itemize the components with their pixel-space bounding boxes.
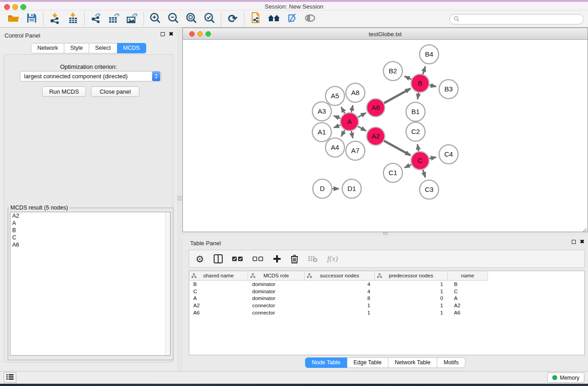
graph-node-A3[interactable]: A3 xyxy=(312,102,331,121)
cell-name: C xyxy=(448,289,488,294)
scrollbar-track[interactable] xyxy=(165,212,170,355)
toolbar-separator xyxy=(43,12,43,26)
table-row[interactable]: Bdominator41B xyxy=(189,281,584,288)
tab-network[interactable]: Network xyxy=(31,43,64,53)
mcds-result-item[interactable]: C xyxy=(10,234,170,241)
import-table-button[interactable] xyxy=(64,11,82,27)
graph-node-A7[interactable]: A7 xyxy=(346,141,365,160)
node-label: B2 xyxy=(389,67,397,75)
mcds-result-item[interactable]: A xyxy=(10,219,170,227)
delete-column-button[interactable] xyxy=(291,254,298,263)
graph-node-B3[interactable]: B3 xyxy=(439,80,458,99)
tab-edge-table[interactable]: Edge Table xyxy=(347,357,388,368)
graph-node-A[interactable]: A xyxy=(340,113,359,131)
mcds-result-item[interactable]: A6 xyxy=(10,241,170,248)
graph-node-B4[interactable]: B4 xyxy=(420,45,439,64)
open-session-button[interactable] xyxy=(5,11,23,27)
graph-node-B2[interactable]: B2 xyxy=(383,62,402,81)
column-header-name[interactable]: name xyxy=(448,271,488,281)
splitter-handle[interactable] xyxy=(383,232,388,235)
search-input[interactable] xyxy=(462,16,575,23)
run-mcds-button[interactable]: Run MCDS xyxy=(42,86,86,97)
column-header-successor-nodes[interactable]: successor nodes xyxy=(305,271,375,281)
function-builder-button[interactable]: f(x) xyxy=(327,254,338,263)
close-panel-button[interactable]: Close panel xyxy=(91,86,139,97)
zoom-selected-button[interactable] xyxy=(201,11,219,27)
criterion-dropdown[interactable]: largest connected component (directed) ▲… xyxy=(20,71,161,81)
eye-icon xyxy=(304,13,316,25)
tab-motifs[interactable]: Motifs xyxy=(437,357,465,368)
save-session-button[interactable] xyxy=(23,11,41,27)
graph-node-B1[interactable]: B1 xyxy=(406,102,425,121)
table-row[interactable]: A6connector11A6 xyxy=(189,309,584,316)
select-all-button[interactable] xyxy=(232,256,243,262)
table-row[interactable]: A2connector11A2 xyxy=(189,302,584,309)
graph-node-C[interactable]: C xyxy=(411,152,429,170)
tab-network-table[interactable]: Network Table xyxy=(388,357,437,368)
export-table-button[interactable] xyxy=(105,11,123,27)
graph-node-A6[interactable]: A6 xyxy=(367,99,385,117)
column-header-mcds-role[interactable]: MCDS role xyxy=(248,271,305,281)
horizontal-splitter[interactable] xyxy=(182,232,588,235)
tab-select[interactable]: Select xyxy=(89,43,117,53)
column-label: MCDS role xyxy=(263,273,289,278)
splitter-handle[interactable] xyxy=(177,196,182,200)
save-icon xyxy=(26,13,37,25)
column-label: predecessor nodes xyxy=(389,273,433,278)
graph-node-A5[interactable]: A5 xyxy=(325,86,344,105)
graph-node-C1[interactable]: C1 xyxy=(383,163,402,182)
column-header-predecessor-nodes[interactable]: predecessor nodes xyxy=(375,271,448,281)
network-canvas[interactable]: AA1A2A3A4A5A6A7A8BB1B2B3B4CC1C2C3C4DD1 xyxy=(183,40,588,232)
graph-node-C3[interactable]: C3 xyxy=(420,180,439,199)
import-network-button[interactable] xyxy=(46,11,64,27)
mcds-result-item[interactable]: A2 xyxy=(10,212,170,219)
table-row[interactable]: Adominator80A xyxy=(189,295,584,302)
node-label: A5 xyxy=(331,92,339,100)
refresh-button[interactable]: ⟳ xyxy=(224,11,242,27)
zoom-fit-button[interactable] xyxy=(182,11,201,27)
vertical-splitter[interactable] xyxy=(177,28,182,371)
memory-button[interactable]: Memory xyxy=(547,372,584,383)
graph-node-D1[interactable]: D1 xyxy=(342,179,361,198)
toggle-visibility-button[interactable] xyxy=(301,11,319,27)
home-button[interactable] xyxy=(265,11,283,27)
copy-network-button[interactable] xyxy=(247,11,265,27)
graph-node-C2[interactable]: C2 xyxy=(406,122,425,141)
graph-node-D[interactable]: D xyxy=(313,179,332,198)
table-row[interactable]: Cdominator41C xyxy=(189,288,584,295)
graph-node-A2[interactable]: A2 xyxy=(367,127,385,145)
tab-node-table[interactable]: Node Table xyxy=(305,357,347,368)
column-visibility-button[interactable] xyxy=(214,254,223,264)
task-history-button[interactable] xyxy=(4,372,16,383)
zoom-out-button[interactable] xyxy=(164,11,182,27)
resize-grip-icon[interactable] xyxy=(582,226,587,231)
tab-mcds[interactable]: MCDS xyxy=(117,43,146,53)
graph-node-A8[interactable]: A8 xyxy=(346,83,365,102)
refresh-icon: ⟳ xyxy=(228,13,238,24)
close-panel-icon[interactable]: ✖ xyxy=(580,240,584,244)
mcds-result-list[interactable]: A2ABCA6 xyxy=(10,212,171,356)
zoom-in-button[interactable] xyxy=(146,11,164,27)
export-network-button[interactable] xyxy=(87,11,105,27)
cell-shared-name: A6 xyxy=(189,310,248,315)
import-network-icon xyxy=(48,12,61,26)
mcds-result-item[interactable]: B xyxy=(10,227,170,234)
network-window-titlebar[interactable]: testGlobe.txt xyxy=(183,28,588,40)
deselect-all-button[interactable] xyxy=(253,256,263,262)
graph-node-A4[interactable]: A4 xyxy=(325,138,344,157)
table-settings-button[interactable]: ⚙ xyxy=(196,254,204,264)
close-panel-icon[interactable]: ✖ xyxy=(169,32,173,36)
column-header-shared-name[interactable]: shared name xyxy=(189,271,248,281)
float-panel-icon[interactable] xyxy=(572,240,576,244)
hide-labels-button[interactable] xyxy=(283,11,301,27)
float-panel-icon[interactable] xyxy=(161,32,165,36)
tab-style[interactable]: Style xyxy=(64,43,89,53)
graph-node-B[interactable]: B xyxy=(411,74,429,92)
table-tabs: Node TableEdge TableNetwork TableMotifs xyxy=(182,357,588,368)
graph-node-C4[interactable]: C4 xyxy=(439,145,458,164)
search-field[interactable] xyxy=(449,14,583,24)
export-image-button[interactable] xyxy=(123,11,141,27)
add-column-button[interactable] xyxy=(273,255,281,263)
graph-node-A1[interactable]: A1 xyxy=(312,123,331,142)
delete-table-button[interactable] xyxy=(308,255,318,262)
